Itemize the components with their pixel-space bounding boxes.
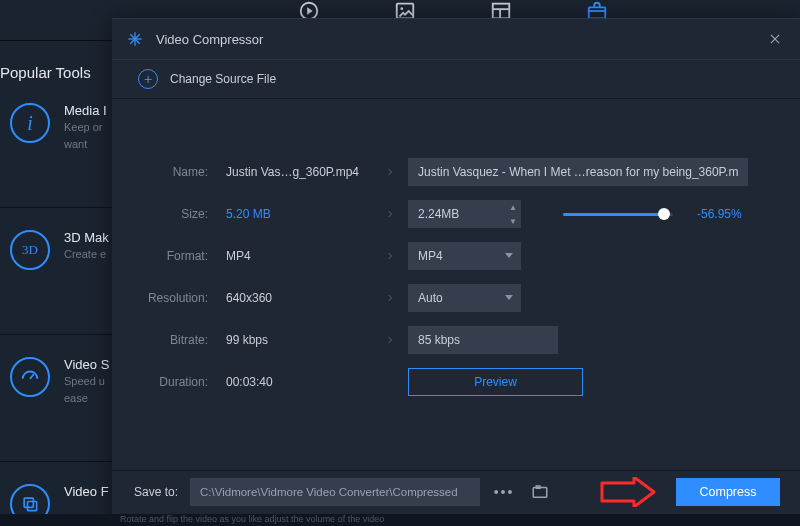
sidebar-item-sub: ease bbox=[64, 392, 109, 406]
name-label: Name: bbox=[138, 165, 226, 179]
divider bbox=[0, 334, 112, 335]
close-icon[interactable] bbox=[764, 28, 786, 50]
chevron-right-icon bbox=[376, 334, 404, 346]
preview-label: Preview bbox=[474, 375, 517, 389]
chevron-right-icon bbox=[376, 208, 404, 220]
more-options-icon[interactable]: ••• bbox=[492, 480, 516, 504]
modal-title: Video Compressor bbox=[156, 32, 263, 47]
save-to-label: Save to: bbox=[134, 485, 178, 499]
name-output-input[interactable] bbox=[408, 158, 748, 186]
row-bitrate: Bitrate: 99 kbps bbox=[138, 319, 774, 361]
open-folder-icon[interactable] bbox=[528, 480, 552, 504]
svg-line-7 bbox=[30, 374, 34, 379]
step-down-icon[interactable]: ▼ bbox=[505, 214, 521, 228]
modal-header: Video Compressor bbox=[112, 19, 800, 59]
format-label: Format: bbox=[138, 249, 226, 263]
bitrate-source: 99 kbps bbox=[226, 333, 376, 347]
three-d-icon: 3D bbox=[10, 230, 50, 270]
sidebar-item-title: Media I bbox=[64, 103, 107, 118]
caret-down-icon bbox=[505, 295, 513, 300]
step-up-icon[interactable]: ▲ bbox=[505, 200, 521, 214]
app-background: Popular Tools i Media I Keep or want 3D … bbox=[0, 0, 800, 526]
size-source: 5.20 MB bbox=[226, 207, 376, 221]
format-source: MP4 bbox=[226, 249, 376, 263]
arrow-hint-icon bbox=[600, 477, 656, 507]
name-source: Justin Vas…g_360P.mp4 bbox=[226, 165, 376, 179]
svg-point-2 bbox=[400, 7, 403, 10]
sidebar-item-title: Video F bbox=[64, 484, 109, 499]
duration-value: 00:03:40 bbox=[226, 375, 376, 389]
divider bbox=[0, 461, 112, 462]
gauge-icon bbox=[10, 357, 50, 397]
sidebar-item-media[interactable]: i Media I Keep or want bbox=[0, 103, 112, 155]
size-slider[interactable] bbox=[563, 207, 673, 221]
compressor-form: Name: Justin Vas…g_360P.mp4 Size: 5.20 M… bbox=[112, 99, 800, 403]
sidebar-item-speed[interactable]: Video S Speed u ease bbox=[0, 357, 112, 409]
chevron-right-icon bbox=[376, 166, 404, 178]
row-name: Name: Justin Vas…g_360P.mp4 bbox=[138, 151, 774, 193]
resolution-label: Resolution: bbox=[138, 291, 226, 305]
caret-down-icon bbox=[505, 253, 513, 258]
bitrate-label: Bitrate: bbox=[138, 333, 226, 347]
svg-rect-8 bbox=[24, 498, 33, 507]
sidebar-item-title: 3D Mak bbox=[64, 230, 109, 245]
preview-button[interactable]: Preview bbox=[408, 368, 583, 396]
size-label: Size: bbox=[138, 207, 226, 221]
chevron-right-icon bbox=[376, 250, 404, 262]
change-source-label: Change Source File bbox=[170, 72, 276, 86]
row-format: Format: MP4 MP4 bbox=[138, 235, 774, 277]
sidebar-item-title: Video S bbox=[64, 357, 109, 372]
row-resolution: Resolution: 640x360 Auto bbox=[138, 277, 774, 319]
compress-label: Compress bbox=[700, 485, 757, 499]
format-output-value: MP4 bbox=[418, 249, 443, 263]
change-source-row[interactable]: + Change Source File bbox=[112, 59, 800, 99]
size-reduction-pct: -56.95% bbox=[697, 207, 742, 221]
resolution-source: 640x360 bbox=[226, 291, 376, 305]
compress-button[interactable]: Compress bbox=[676, 478, 780, 506]
sidebar-item-sub: Speed u bbox=[64, 375, 109, 389]
divider bbox=[0, 207, 112, 208]
sidebar: Popular Tools i Media I Keep or want 3D … bbox=[0, 52, 112, 522]
sidebar-item-sub: want bbox=[64, 138, 107, 152]
bottom-strip: Rotate and flip the video as you like ad… bbox=[0, 514, 800, 526]
size-output-value: 2.24MB bbox=[408, 207, 505, 221]
svg-rect-6 bbox=[589, 7, 606, 18]
resolution-output-dropdown[interactable]: Auto bbox=[408, 284, 521, 312]
row-size: Size: 5.20 MB 2.24MB ▲▼ -56.95% bbox=[138, 193, 774, 235]
compressor-icon bbox=[126, 30, 144, 48]
format-output-dropdown[interactable]: MP4 bbox=[408, 242, 521, 270]
duration-label: Duration: bbox=[138, 375, 226, 389]
modal-footer: Save to: ••• Compress bbox=[112, 470, 800, 512]
svg-rect-9 bbox=[28, 502, 37, 511]
chevron-right-icon bbox=[376, 292, 404, 304]
save-path-input[interactable] bbox=[190, 478, 480, 506]
info-icon: i bbox=[10, 103, 50, 143]
resolution-output-value: Auto bbox=[418, 291, 443, 305]
sidebar-item-sub: Keep or bbox=[64, 121, 107, 135]
compressor-modal: Video Compressor + Change Source File Na… bbox=[112, 18, 800, 526]
sidebar-item-sub: Create e bbox=[64, 248, 109, 262]
bitrate-output-input[interactable] bbox=[408, 326, 558, 354]
size-output-stepper[interactable]: 2.24MB ▲▼ bbox=[408, 200, 521, 228]
plus-icon[interactable]: + bbox=[138, 69, 158, 89]
sidebar-heading: Popular Tools bbox=[0, 52, 112, 103]
row-duration: Duration: 00:03:40 Preview bbox=[138, 361, 774, 403]
sidebar-item-3d[interactable]: 3D 3D Mak Create e bbox=[0, 230, 112, 282]
